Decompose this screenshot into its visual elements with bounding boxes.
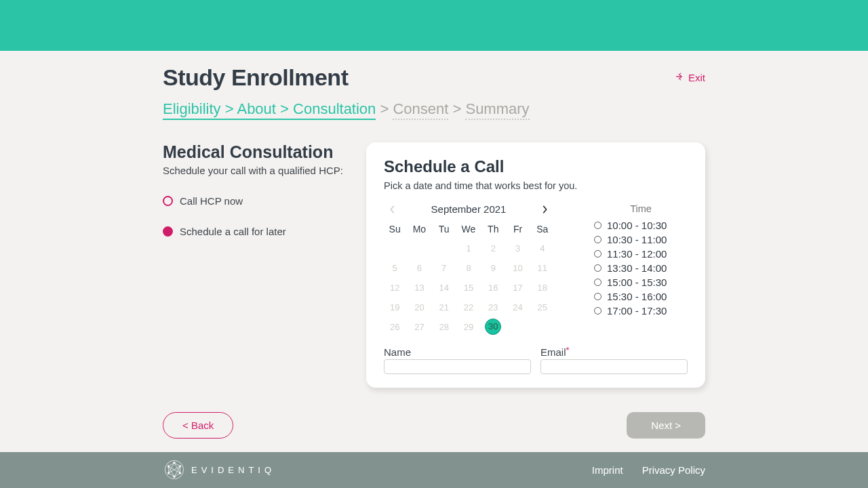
calendar-day[interactable]: 21: [433, 299, 455, 316]
calendar-day[interactable]: 30: [485, 319, 501, 335]
calendar-dow: Mo: [408, 221, 430, 237]
time-slot[interactable]: 10:30 - 11:00: [594, 234, 688, 245]
calendar-day[interactable]: 3: [507, 240, 528, 257]
card-title: Schedule a Call: [384, 157, 688, 176]
calendar-day[interactable]: 1: [458, 240, 479, 257]
radio-icon: [163, 196, 173, 206]
footer-imprint-link[interactable]: Imprint: [592, 464, 623, 476]
breadcrumb-step[interactable]: Consultation: [293, 100, 376, 120]
next-button[interactable]: Next >: [627, 412, 705, 439]
time-slot[interactable]: 10:00 - 10:30: [594, 220, 688, 231]
breadcrumb-step[interactable]: About: [237, 100, 276, 120]
email-label: Email*: [540, 346, 688, 358]
section-subtitle: Schedule your call with a qualified HCP:: [163, 165, 353, 176]
calendar-day[interactable]: 11: [532, 260, 553, 277]
calendar-day[interactable]: 4: [532, 240, 553, 257]
calendar-month: September 2021: [431, 203, 507, 215]
calendar-day[interactable]: 2: [482, 240, 504, 257]
radio-icon: [594, 264, 601, 272]
option-schedule-later-label: Schedule a call for later: [180, 226, 286, 237]
name-label: Name: [384, 346, 531, 358]
breadcrumb-step: Summary: [465, 100, 529, 120]
time-slot[interactable]: 15:00 - 15:30: [594, 277, 688, 288]
calendar-day[interactable]: 12: [384, 279, 406, 296]
radio-icon: [594, 279, 601, 286]
calendar-day[interactable]: 22: [458, 299, 479, 316]
calendar-day[interactable]: 18: [532, 279, 553, 296]
calendar-day[interactable]: 17: [507, 279, 528, 296]
time-slot-label: 10:30 - 11:00: [607, 234, 667, 245]
calendar-day[interactable]: 14: [433, 279, 455, 296]
calendar-dow: Fr: [507, 221, 528, 237]
chevron-right-icon: >: [276, 100, 293, 120]
calendar-day[interactable]: 5: [384, 260, 406, 277]
calendar-day[interactable]: 13: [408, 279, 430, 296]
breadcrumb-step: Consent: [393, 100, 448, 120]
email-input[interactable]: [540, 359, 688, 374]
footer-privacy-link[interactable]: Privacy Policy: [642, 464, 705, 476]
calendar-day[interactable]: 24: [507, 299, 528, 316]
option-schedule-later[interactable]: Schedule a call for later: [163, 226, 353, 237]
schedule-card: Schedule a Call Pick a date and time tha…: [366, 142, 705, 388]
top-banner: [0, 0, 868, 51]
calendar-day[interactable]: 23: [482, 299, 504, 316]
back-button[interactable]: < Back: [163, 412, 233, 439]
breadcrumb-step[interactable]: Eligibility: [163, 100, 221, 120]
calendar-day[interactable]: 25: [532, 299, 553, 316]
radio-icon: [163, 226, 173, 237]
calendar-day[interactable]: 20: [408, 299, 430, 316]
radio-icon: [594, 236, 601, 243]
radio-icon: [594, 250, 601, 258]
calendar-dow: Su: [384, 221, 406, 237]
time-slot-label: 15:00 - 15:30: [607, 277, 667, 288]
time-slot-label: 11:30 - 12:00: [607, 248, 667, 260]
calendar-day[interactable]: 9: [482, 260, 504, 277]
section-title: Medical Consultation: [163, 142, 353, 162]
footer-logo: EVIDENTIQ: [163, 458, 275, 481]
calendar-prev-button[interactable]: [387, 203, 399, 216]
calendar-dow: We: [458, 221, 479, 237]
calendar-day[interactable]: 10: [507, 260, 528, 277]
exit-label: Exit: [688, 72, 705, 83]
calendar: September 2021 SuMoTuWeThFrSa12345678910…: [384, 203, 553, 336]
time-slot[interactable]: 13:30 - 14:00: [594, 262, 688, 274]
time-heading: Time: [594, 203, 688, 214]
calendar-day[interactable]: 6: [408, 260, 430, 277]
chevron-right-icon: >: [448, 100, 465, 117]
time-slot-label: 15:30 - 16:00: [607, 291, 667, 302]
calendar-day[interactable]: 8: [458, 260, 479, 277]
time-column: Time 10:00 - 10:3010:30 - 11:0011:30 - 1…: [594, 203, 688, 336]
time-slot-label: 10:00 - 10:30: [607, 220, 667, 231]
calendar-day[interactable]: 26: [384, 319, 406, 336]
calendar-day[interactable]: 7: [433, 260, 455, 277]
calendar-day[interactable]: 29: [458, 319, 479, 336]
name-input[interactable]: [384, 359, 531, 374]
time-slot-label: 17:00 - 17:30: [607, 305, 667, 317]
card-subtitle: Pick a date and time that works best for…: [384, 180, 688, 191]
exit-icon: [675, 71, 686, 84]
main-content: Study Enrollment Exit Eligibility > Abou…: [0, 51, 868, 452]
calendar-dow: Th: [482, 221, 504, 237]
calendar-day[interactable]: 28: [433, 319, 455, 336]
time-slot-label: 13:30 - 14:00: [607, 262, 667, 274]
calendar-day[interactable]: 16: [482, 279, 504, 296]
calendar-next-button[interactable]: [538, 203, 551, 216]
time-slot[interactable]: 11:30 - 12:00: [594, 248, 688, 260]
radio-icon: [594, 222, 601, 229]
time-slot[interactable]: 15:30 - 16:00: [594, 291, 688, 302]
breadcrumb: Eligibility > About > Consultation > Con…: [163, 100, 705, 121]
calendar-dow: Sa: [532, 221, 553, 237]
calendar-day[interactable]: 27: [408, 319, 430, 336]
footer-brand: EVIDENTIQ: [191, 465, 275, 475]
option-call-now[interactable]: Call HCP now: [163, 195, 353, 207]
chevron-right-icon: >: [376, 100, 393, 117]
exit-link[interactable]: Exit: [675, 71, 705, 84]
calendar-day[interactable]: 15: [458, 279, 479, 296]
radio-icon: [594, 307, 601, 314]
time-slot[interactable]: 17:00 - 17:30: [594, 305, 688, 317]
calendar-dow: Tu: [433, 221, 455, 237]
calendar-day[interactable]: 19: [384, 299, 406, 316]
option-call-now-label: Call HCP now: [180, 195, 243, 207]
chevron-right-icon: >: [221, 100, 237, 120]
footer: EVIDENTIQ Imprint Privacy Policy: [0, 452, 868, 488]
